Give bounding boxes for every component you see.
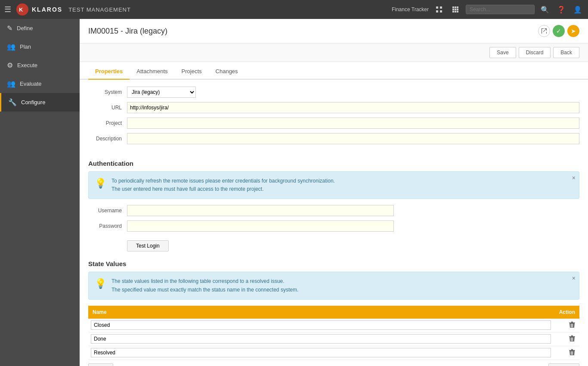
auth-info-close-button[interactable]: × <box>572 174 576 181</box>
user-icon-btn[interactable]: 👤 <box>572 3 584 16</box>
state-values-section: State Values 💡 The state values listed i… <box>80 260 588 366</box>
table-row <box>88 332 579 346</box>
sidebar-item-label-define: Define <box>17 25 33 31</box>
tab-projects[interactable]: Projects <box>175 64 209 80</box>
table-header-row: Name Action <box>88 306 579 319</box>
search-input[interactable] <box>466 5 535 14</box>
description-input[interactable] <box>127 133 579 144</box>
delete-state-button-2[interactable] <box>567 348 577 358</box>
svg-rect-8 <box>457 6 458 8</box>
project-input[interactable] <box>127 118 579 129</box>
tab-properties[interactable]: Properties <box>88 64 130 80</box>
svg-rect-11 <box>457 9 458 10</box>
table-row <box>88 319 579 332</box>
state-name-input-0[interactable] <box>91 320 551 330</box>
authentication-section: Authentication 💡 To periodically refresh… <box>80 160 588 256</box>
plan-icon: 👥 <box>7 43 15 51</box>
next-button[interactable]: ➤ <box>567 25 579 37</box>
col-name-header: Name <box>88 306 554 319</box>
state-name-input-2[interactable] <box>91 348 551 357</box>
svg-rect-10 <box>455 9 456 10</box>
trash-icon <box>569 335 575 342</box>
save-button[interactable]: Save <box>489 47 516 58</box>
new-state-button[interactable]: New <box>88 363 113 366</box>
sidebar-item-define[interactable]: ✎ Define <box>0 19 80 37</box>
logo: K KLAROS <box>15 3 62 16</box>
hamburger-icon[interactable]: ☰ <box>4 5 11 14</box>
delete-state-button-1[interactable] <box>567 334 577 344</box>
trash-icon <box>569 349 575 356</box>
state-info-line1: The state values listed in the following… <box>111 278 285 284</box>
state-table-actions: New Default <box>88 363 579 366</box>
auth-info-box: 💡 To periodically refresh the remote iss… <box>88 171 579 199</box>
url-row: URL <box>88 102 579 113</box>
page-header: IM00015 - Jira (legacy) ✓ ➤ <box>80 19 588 43</box>
trash-icon <box>569 321 575 328</box>
sidebar-item-evaluate[interactable]: 👥 Evaluate <box>0 74 80 93</box>
system-row: System Jira (legacy) <box>88 87 579 98</box>
back-button[interactable]: Back <box>553 47 579 58</box>
password-label: Password <box>88 223 127 229</box>
klaros-logo-icon: K <box>15 3 29 16</box>
username-row: Username <box>88 205 579 216</box>
state-name-input-1[interactable] <box>91 334 551 344</box>
delete-state-button-0[interactable] <box>567 320 577 330</box>
state-info-line2: The specified value must exactly match t… <box>111 287 298 293</box>
grid-icon-btn[interactable] <box>433 3 445 16</box>
page-title: IM00015 - Jira (legacy) <box>88 27 167 36</box>
svg-rect-4 <box>436 10 438 12</box>
sidebar-item-execute[interactable]: ⚙ Execute <box>0 56 80 74</box>
password-row: Password <box>88 220 579 232</box>
tab-bar: Properties Attachments Projects Changes <box>80 64 588 80</box>
discard-button[interactable]: Discard <box>519 47 551 58</box>
auth-title: Authentication <box>88 160 579 167</box>
test-login-button[interactable]: Test Login <box>127 240 169 251</box>
help-icon-btn[interactable]: ❓ <box>555 3 567 16</box>
top-toolbar: Save Discard Back <box>80 43 588 62</box>
state-action-cell <box>554 319 579 332</box>
search-icon-btn[interactable]: 🔍 <box>539 3 551 16</box>
system-select[interactable]: Jira (legacy) <box>127 87 196 98</box>
url-input[interactable] <box>127 102 579 113</box>
grid-icon <box>436 6 443 13</box>
state-action-cell <box>554 332 579 346</box>
state-values-table: Name Action <box>88 306 579 360</box>
external-link-icon <box>541 28 547 34</box>
brand-name: KLAROS <box>32 6 62 13</box>
state-info-box: 💡 The state values listed in the followi… <box>88 272 579 299</box>
sidebar-item-label-evaluate: Evaluate <box>20 81 42 87</box>
default-button[interactable]: Default <box>548 363 579 366</box>
sidebar-item-label-configure: Configure <box>21 99 45 105</box>
apps-icon-btn[interactable] <box>449 3 461 16</box>
configure-icon: 🔧 <box>8 98 17 106</box>
username-input[interactable] <box>127 205 394 216</box>
sidebar-item-configure[interactable]: 🔧 Configure <box>0 93 80 112</box>
tab-attachments[interactable]: Attachments <box>130 64 174 80</box>
state-info-close-button[interactable]: × <box>572 275 576 282</box>
app-title: TEST MANAGEMENT <box>68 6 131 13</box>
col-action-header: Action <box>554 306 579 319</box>
auth-info-line2: The user entered here must have full acc… <box>111 186 264 192</box>
state-name-cell <box>88 319 554 332</box>
svg-rect-2 <box>436 6 438 9</box>
topnav: ☰ K KLAROS TEST MANAGEMENT Finance Track… <box>0 0 588 19</box>
state-table-body <box>88 319 579 360</box>
project-row: Project <box>88 118 579 129</box>
confirm-button[interactable]: ✓ <box>553 25 565 37</box>
open-external-button[interactable] <box>538 25 550 37</box>
sidebar-item-plan[interactable]: 👥 Plan <box>0 37 80 56</box>
evaluate-icon: 👥 <box>7 80 15 88</box>
svg-rect-9 <box>452 9 454 10</box>
sidebar-item-label-plan: Plan <box>20 43 31 50</box>
svg-rect-14 <box>457 11 458 12</box>
tab-changes[interactable]: Changes <box>209 64 245 80</box>
password-input[interactable] <box>127 220 394 232</box>
username-label: Username <box>88 208 127 214</box>
auth-info-text: To periodically refresh the remote issue… <box>111 177 335 193</box>
state-lightbulb-icon: 💡 <box>95 278 106 289</box>
svg-rect-5 <box>440 10 442 12</box>
state-info-text: The state values listed in the following… <box>111 277 298 294</box>
description-label: Description <box>88 136 127 142</box>
state-values-title: State Values <box>88 260 579 267</box>
properties-form: System Jira (legacy) URL Project Descrip… <box>80 80 588 155</box>
